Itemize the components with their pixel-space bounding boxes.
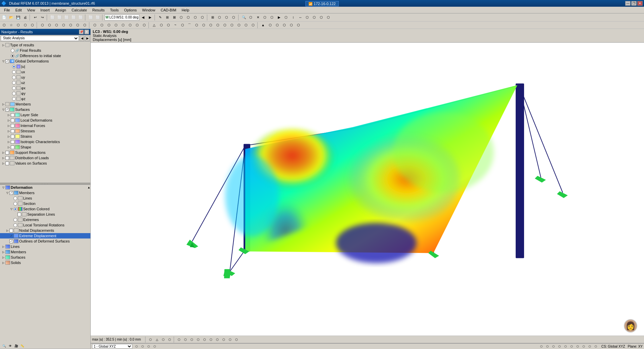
tb-btn16[interactable]: ⬡	[199, 14, 206, 21]
radio-uz[interactable]	[12, 81, 16, 85]
checkbox-def-members[interactable]	[9, 191, 13, 195]
tb2-btn40[interactable]: ⬡	[288, 22, 295, 29]
expand-surfaces-section[interactable]: ▷	[1, 255, 5, 259]
tb2-btn5[interactable]: ⬡	[29, 22, 36, 29]
nav-icon-4[interactable]: 📏	[19, 343, 25, 349]
tb2-btn21[interactable]: △	[151, 22, 158, 29]
tb2-btn39[interactable]: ⬡	[281, 22, 288, 29]
tree-stresses[interactable]: ▷ Stresses	[0, 128, 90, 134]
checkbox-global-def[interactable]	[5, 59, 9, 63]
tb2-btn25[interactable]: ⬡	[179, 22, 186, 29]
tb-btn20[interactable]: ⬡	[230, 14, 237, 21]
checkbox-distribution[interactable]	[5, 156, 9, 160]
tree-lines[interactable]: Lines	[0, 195, 90, 201]
menu-view[interactable]: View	[25, 7, 38, 13]
checkbox-support[interactable]	[5, 151, 9, 155]
lc-next[interactable]: ▶	[147, 14, 154, 21]
tree-layer-side[interactable]: ▷ Layer Side	[0, 112, 90, 118]
tree-deformation[interactable]: ▽ Deformation ▲	[0, 185, 90, 190]
bot-tb6[interactable]: ⬡	[182, 337, 188, 343]
tb-new[interactable]: 📄	[1, 14, 7, 21]
bot-tb1[interactable]: ⬡	[147, 337, 154, 343]
expand-strains[interactable]: ▷	[7, 134, 11, 138]
tb-btn24[interactable]: ⬡	[262, 14, 268, 21]
bot-tb5[interactable]: ⬡	[176, 337, 182, 343]
menu-options[interactable]: Options	[121, 7, 139, 13]
tb-btn23[interactable]: ✕	[255, 14, 261, 21]
status-rbtn7[interactable]: ⬡	[575, 344, 581, 349]
tree-members-section[interactable]: ▷ Members	[0, 249, 90, 255]
tb-btn32[interactable]: ⬡	[318, 14, 325, 21]
tb-redo[interactable]: ↪	[39, 14, 46, 21]
tb2-btn27[interactable]: ⬡	[193, 22, 200, 29]
expand-support[interactable]: ▷	[1, 150, 5, 155]
bot-tb8[interactable]: ⬡	[195, 337, 201, 343]
status-icon3[interactable]: ⬡	[146, 344, 151, 349]
tb2-btn37[interactable]: ⬡	[267, 22, 273, 29]
tree-differences[interactable]: 🔗 Differences to initial state	[0, 53, 90, 58]
tb-btn14[interactable]: ⬡	[185, 14, 192, 21]
tb-btn31[interactable]: ⬡	[311, 14, 318, 21]
expand-nodal[interactable]: ▷	[5, 228, 9, 232]
bot-tb9[interactable]: ⬡	[202, 337, 208, 343]
tb2-btn16[interactable]: ⬡	[113, 22, 119, 29]
tb2-btn2[interactable]: ☆	[8, 22, 14, 29]
maximize-btn[interactable]: ❐	[631, 1, 637, 6]
tb-btn22[interactable]: ⬡	[248, 14, 254, 21]
radio-phix[interactable]	[12, 86, 16, 90]
tb-btn8[interactable]: ⬜	[87, 14, 94, 21]
status-icon4[interactable]: ⬡	[152, 344, 157, 349]
nav-icon-1[interactable]: 🔍	[1, 343, 7, 349]
menu-help[interactable]: Help	[179, 7, 192, 13]
checkbox-layer-side[interactable]	[11, 113, 14, 117]
nav-arrow-right[interactable]: ▶	[85, 36, 90, 41]
radio-ux[interactable]	[12, 70, 16, 74]
minimize-btn[interactable]: —	[625, 1, 631, 6]
tb2-btn8[interactable]: ⬡	[53, 22, 60, 29]
tree-surfaces-section[interactable]: ▷ Surfaces	[0, 255, 90, 260]
status-rbtn1[interactable]: ⬡	[539, 344, 544, 349]
tree-strains[interactable]: ▷ Strains	[0, 134, 90, 139]
tree-isotropic[interactable]: ▷ Isotropic Characteristics	[0, 139, 90, 144]
tree-global-def[interactable]: ▽ ◈ Global Deformations	[0, 58, 90, 64]
tree-uz[interactable]: uz	[0, 80, 90, 85]
tb-btn26[interactable]: ▶	[276, 14, 283, 21]
tb2-btn31[interactable]: ⬡	[221, 22, 228, 29]
tb2-btn18[interactable]: ⬡	[127, 22, 133, 29]
tb-btn33[interactable]: ⬡	[325, 14, 332, 21]
status-rbtn9[interactable]: ⬡	[587, 344, 593, 349]
menu-cad-bim[interactable]: CAD-BIM	[158, 7, 179, 13]
tree-separation-lines[interactable]: Separation Lines	[0, 212, 90, 217]
menu-edit[interactable]: Edit	[13, 7, 25, 13]
tb-btn12[interactable]: ⊠	[171, 14, 178, 21]
expand-def-members[interactable]: ▽	[5, 191, 9, 195]
tree-lines-section[interactable]: ▷ Lines	[0, 244, 90, 249]
expand-surfaces[interactable]: ▽	[1, 107, 5, 112]
nav-arrow-left[interactable]: ◀	[80, 36, 84, 41]
tb-btn6[interactable]: ⬜	[70, 14, 77, 21]
tree-final-results[interactable]: 🔗 Final Results	[0, 48, 90, 53]
expand-isotropic[interactable]: ▷	[7, 140, 11, 144]
nav-icon-3[interactable]: 🎥	[13, 343, 19, 349]
checkbox-members[interactable]	[5, 102, 9, 106]
radio-phiz[interactable]	[12, 97, 16, 101]
radio-torsional[interactable]	[13, 223, 17, 227]
nav-close-btn[interactable]: ✕	[84, 30, 89, 34]
tb2-btn26[interactable]: ⌒	[186, 22, 193, 29]
tb2-btn10[interactable]: ⬡	[67, 22, 74, 29]
tb2-btn20[interactable]: ⬡	[141, 22, 147, 29]
tree-u-abs[interactable]: u |u|	[0, 64, 90, 69]
status-icon1[interactable]: ⬡	[134, 344, 139, 349]
tb-btn7[interactable]: ⬜	[77, 14, 84, 21]
menu-assign[interactable]: Assign	[52, 7, 69, 13]
checkbox-shape[interactable]	[11, 145, 14, 149]
tb2-btn24[interactable]: ~	[172, 22, 179, 29]
menu-file[interactable]: File	[1, 7, 13, 13]
tree-local-deformations[interactable]: ▷ Local Deformations	[0, 118, 90, 123]
tb2-btn14[interactable]: ⬡	[98, 22, 105, 29]
tb-undo[interactable]: ↩	[32, 14, 39, 21]
expand-stresses[interactable]: ▷	[7, 129, 11, 133]
tb2-btn6[interactable]: ⬡	[39, 22, 46, 29]
checkbox-isotropic[interactable]	[11, 140, 14, 144]
radio-section[interactable]	[13, 202, 17, 206]
